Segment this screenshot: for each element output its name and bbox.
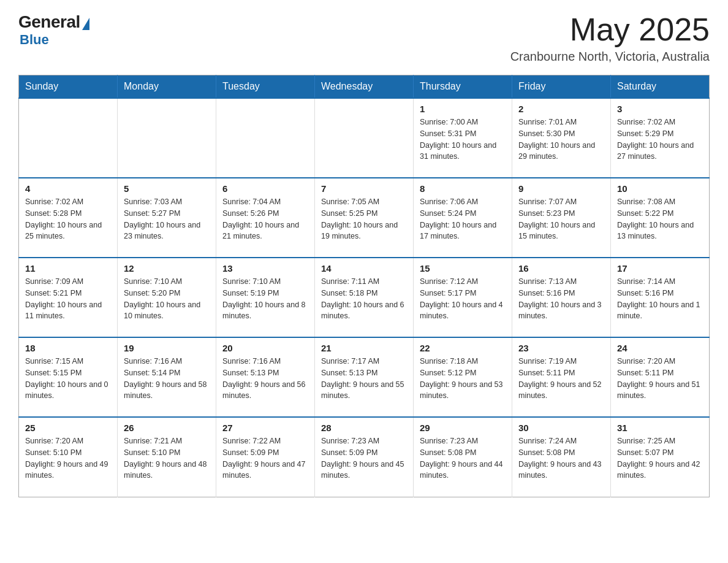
day-number: 28 <box>321 423 407 433</box>
day-info: Sunrise: 7:02 AMSunset: 5:28 PMDaylight:… <box>25 196 111 242</box>
calendar-cell: 22Sunrise: 7:18 AMSunset: 5:12 PMDayligh… <box>414 337 512 417</box>
day-info: Sunrise: 7:20 AMSunset: 5:10 PMDaylight:… <box>25 435 111 481</box>
day-number: 24 <box>617 343 703 353</box>
day-info: Sunrise: 7:14 AMSunset: 5:16 PMDaylight:… <box>617 276 703 322</box>
day-info: Sunrise: 7:20 AMSunset: 5:11 PMDaylight:… <box>617 356 703 402</box>
calendar-cell: 21Sunrise: 7:17 AMSunset: 5:13 PMDayligh… <box>315 337 414 417</box>
day-number: 1 <box>420 104 506 114</box>
calendar-cell: 11Sunrise: 7:09 AMSunset: 5:21 PMDayligh… <box>19 258 118 337</box>
day-info: Sunrise: 7:07 AMSunset: 5:23 PMDaylight:… <box>518 196 604 242</box>
logo: General Blue <box>18 12 89 48</box>
weekday-header-sunday: Sunday <box>19 75 118 99</box>
day-number: 21 <box>321 343 407 353</box>
calendar-cell <box>19 98 118 178</box>
page-header: General Blue May 2025 Cranbourne North, … <box>18 12 710 64</box>
calendar-cell: 30Sunrise: 7:24 AMSunset: 5:08 PMDayligh… <box>512 417 611 497</box>
calendar-cell: 28Sunrise: 7:23 AMSunset: 5:09 PMDayligh… <box>315 417 414 497</box>
calendar-header: SundayMondayTuesdayWednesdayThursdayFrid… <box>19 75 710 99</box>
day-number: 4 <box>25 183 111 194</box>
weekday-header-row: SundayMondayTuesdayWednesdayThursdayFrid… <box>19 75 710 99</box>
weekday-header-tuesday: Tuesday <box>216 75 315 99</box>
calendar-cell: 15Sunrise: 7:12 AMSunset: 5:17 PMDayligh… <box>414 258 512 337</box>
calendar-cell: 3Sunrise: 7:02 AMSunset: 5:29 PMDaylight… <box>611 98 710 178</box>
day-info: Sunrise: 7:25 AMSunset: 5:07 PMDaylight:… <box>617 435 703 481</box>
day-info: Sunrise: 7:15 AMSunset: 5:15 PMDaylight:… <box>25 356 111 402</box>
day-info: Sunrise: 7:04 AMSunset: 5:26 PMDaylight:… <box>222 196 308 242</box>
day-info: Sunrise: 7:16 AMSunset: 5:13 PMDaylight:… <box>222 356 308 402</box>
day-number: 12 <box>124 263 210 274</box>
day-number: 18 <box>25 343 111 353</box>
logo-triangle-icon <box>82 18 89 30</box>
day-info: Sunrise: 7:23 AMSunset: 5:08 PMDaylight:… <box>420 435 506 481</box>
calendar-week-3: 11Sunrise: 7:09 AMSunset: 5:21 PMDayligh… <box>19 258 710 337</box>
day-info: Sunrise: 7:09 AMSunset: 5:21 PMDaylight:… <box>25 276 111 322</box>
calendar-cell: 29Sunrise: 7:23 AMSunset: 5:08 PMDayligh… <box>414 417 512 497</box>
day-number: 2 <box>518 104 604 114</box>
day-number: 8 <box>420 183 506 194</box>
calendar-cell: 14Sunrise: 7:11 AMSunset: 5:18 PMDayligh… <box>315 258 414 337</box>
day-number: 17 <box>617 263 703 274</box>
weekday-header-thursday: Thursday <box>414 75 512 99</box>
day-number: 26 <box>124 423 210 433</box>
calendar-cell: 5Sunrise: 7:03 AMSunset: 5:27 PMDaylight… <box>118 178 216 258</box>
calendar-cell: 18Sunrise: 7:15 AMSunset: 5:15 PMDayligh… <box>19 337 118 417</box>
calendar-cell: 13Sunrise: 7:10 AMSunset: 5:19 PMDayligh… <box>216 258 315 337</box>
day-info: Sunrise: 7:21 AMSunset: 5:10 PMDaylight:… <box>124 435 210 481</box>
weekday-header-saturday: Saturday <box>611 75 710 99</box>
day-info: Sunrise: 7:18 AMSunset: 5:12 PMDaylight:… <box>420 356 506 402</box>
day-info: Sunrise: 7:12 AMSunset: 5:17 PMDaylight:… <box>420 276 506 322</box>
calendar-cell: 20Sunrise: 7:16 AMSunset: 5:13 PMDayligh… <box>216 337 315 417</box>
calendar-cell: 24Sunrise: 7:20 AMSunset: 5:11 PMDayligh… <box>611 337 710 417</box>
day-info: Sunrise: 7:22 AMSunset: 5:09 PMDaylight:… <box>222 435 308 481</box>
title-block: May 2025 Cranbourne North, Victoria, Aus… <box>510 12 710 64</box>
calendar-cell: 7Sunrise: 7:05 AMSunset: 5:25 PMDaylight… <box>315 178 414 258</box>
day-number: 16 <box>518 263 604 274</box>
day-info: Sunrise: 7:23 AMSunset: 5:09 PMDaylight:… <box>321 435 407 481</box>
day-info: Sunrise: 7:11 AMSunset: 5:18 PMDaylight:… <box>321 276 407 322</box>
day-number: 10 <box>617 183 703 194</box>
calendar-cell: 17Sunrise: 7:14 AMSunset: 5:16 PMDayligh… <box>611 258 710 337</box>
day-info: Sunrise: 7:13 AMSunset: 5:16 PMDaylight:… <box>518 276 604 322</box>
calendar-week-5: 25Sunrise: 7:20 AMSunset: 5:10 PMDayligh… <box>19 417 710 497</box>
day-number: 19 <box>124 343 210 353</box>
logo-blue-text: Blue <box>20 32 49 48</box>
calendar-cell: 25Sunrise: 7:20 AMSunset: 5:10 PMDayligh… <box>19 417 118 497</box>
day-info: Sunrise: 7:17 AMSunset: 5:13 PMDaylight:… <box>321 356 407 402</box>
calendar-cell: 8Sunrise: 7:06 AMSunset: 5:24 PMDaylight… <box>414 178 512 258</box>
day-number: 5 <box>124 183 210 194</box>
day-info: Sunrise: 7:10 AMSunset: 5:20 PMDaylight:… <box>124 276 210 322</box>
day-number: 31 <box>617 423 703 433</box>
calendar-cell: 27Sunrise: 7:22 AMSunset: 5:09 PMDayligh… <box>216 417 315 497</box>
day-info: Sunrise: 7:02 AMSunset: 5:29 PMDaylight:… <box>617 117 703 163</box>
calendar-cell: 2Sunrise: 7:01 AMSunset: 5:30 PMDaylight… <box>512 98 611 178</box>
month-title: May 2025 <box>510 12 710 47</box>
day-info: Sunrise: 7:05 AMSunset: 5:25 PMDaylight:… <box>321 196 407 242</box>
calendar-cell: 23Sunrise: 7:19 AMSunset: 5:11 PMDayligh… <box>512 337 611 417</box>
day-number: 27 <box>222 423 308 433</box>
day-number: 20 <box>222 343 308 353</box>
calendar-cell: 4Sunrise: 7:02 AMSunset: 5:28 PMDaylight… <box>19 178 118 258</box>
day-number: 9 <box>518 183 604 194</box>
day-number: 30 <box>518 423 604 433</box>
day-info: Sunrise: 7:06 AMSunset: 5:24 PMDaylight:… <box>420 196 506 242</box>
day-info: Sunrise: 7:01 AMSunset: 5:30 PMDaylight:… <box>518 117 604 163</box>
calendar-cell: 12Sunrise: 7:10 AMSunset: 5:20 PMDayligh… <box>118 258 216 337</box>
day-number: 15 <box>420 263 506 274</box>
day-info: Sunrise: 7:19 AMSunset: 5:11 PMDaylight:… <box>518 356 604 402</box>
day-number: 14 <box>321 263 407 274</box>
logo-general-text: General <box>18 12 80 32</box>
day-number: 29 <box>420 423 506 433</box>
day-number: 3 <box>617 104 703 114</box>
day-info: Sunrise: 7:24 AMSunset: 5:08 PMDaylight:… <box>518 435 604 481</box>
calendar-cell: 19Sunrise: 7:16 AMSunset: 5:14 PMDayligh… <box>118 337 216 417</box>
weekday-header-monday: Monday <box>118 75 216 99</box>
calendar-body: 1Sunrise: 7:00 AMSunset: 5:31 PMDaylight… <box>19 98 710 497</box>
day-info: Sunrise: 7:16 AMSunset: 5:14 PMDaylight:… <box>124 356 210 402</box>
day-info: Sunrise: 7:08 AMSunset: 5:22 PMDaylight:… <box>617 196 703 242</box>
calendar-cell: 6Sunrise: 7:04 AMSunset: 5:26 PMDaylight… <box>216 178 315 258</box>
calendar-cell: 1Sunrise: 7:00 AMSunset: 5:31 PMDaylight… <box>414 98 512 178</box>
day-number: 25 <box>25 423 111 433</box>
weekday-header-wednesday: Wednesday <box>315 75 414 99</box>
calendar-table: SundayMondayTuesdayWednesdayThursdayFrid… <box>18 75 710 497</box>
calendar-cell: 9Sunrise: 7:07 AMSunset: 5:23 PMDaylight… <box>512 178 611 258</box>
